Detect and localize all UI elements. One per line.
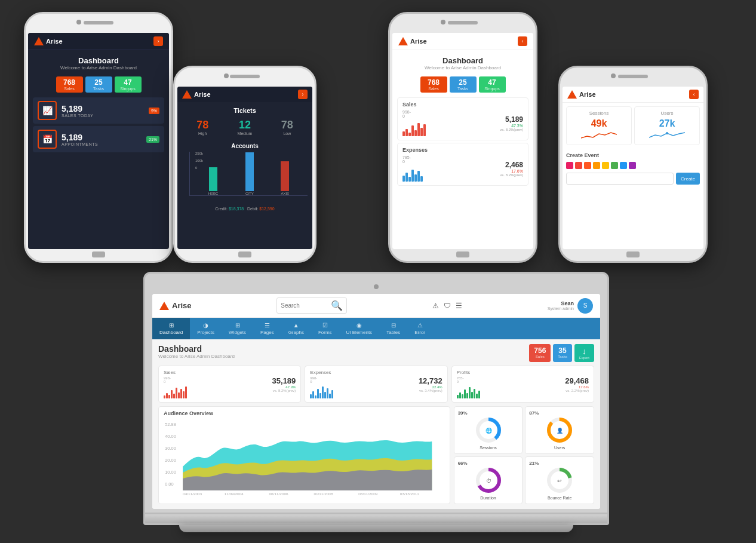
color-deep-orange[interactable] — [584, 162, 591, 169]
alert-icon[interactable]: ⚠ — [432, 302, 439, 310]
mp-profits-vs: vs. 2.2%(prev) — [565, 389, 589, 392]
tab-dashboard[interactable]: ⊞ Dashboard — [152, 318, 190, 339]
svg-text:🌐: 🌐 — [485, 427, 492, 434]
mp-expenses-num: 12,732 — [419, 376, 442, 385]
mp-sales-num: 35,189 — [272, 376, 296, 385]
laptop-navbar: Arise 🔍 ⚠ 🛡 ☰ Sean System admin S — [152, 294, 600, 318]
phone3-header: Arise ‹ — [392, 33, 533, 50]
phone2: Arise › Tickets 78 High 12 Medium 78 — [173, 66, 316, 263]
laptop-search-input[interactable] — [281, 302, 328, 309]
laptop-search-bar[interactable]: 🔍 — [276, 297, 347, 314]
laptop-foot — [179, 525, 573, 532]
tables-icon: ⊟ — [391, 322, 396, 329]
tab-tables[interactable]: ⊟ Tables — [379, 318, 407, 339]
audience-chart: 52.88 40.00 30.00 20.00 10.00 0.00 — [164, 419, 445, 496]
color-purple[interactable] — [629, 162, 636, 169]
phone4-home-btn[interactable] — [626, 251, 640, 257]
phone3-expenses-chart — [402, 164, 423, 182]
color-red[interactable] — [575, 162, 582, 169]
duration-pct: 66% — [458, 461, 519, 466]
phone4-menu-btn[interactable]: ‹ — [689, 90, 699, 99]
ticket-medium-num: 12 — [238, 119, 253, 131]
phone4-logo-text: Arise — [579, 91, 596, 98]
phone3-home-btn[interactable] — [456, 251, 469, 257]
tab-forms[interactable]: ☑ Forms — [311, 318, 339, 339]
panel-sessions: 39% 🌐 Sessions — [454, 406, 523, 454]
phone3-camera — [441, 20, 445, 24]
phone1-appt-big: 5,189 — [62, 133, 142, 142]
bounce-pct: 21% — [529, 461, 590, 466]
color-pink[interactable] — [566, 162, 573, 169]
phone4-sessions-card: Sessions 49k — [566, 106, 632, 145]
phone3-subtitle: Welcome to Arise Admin Dashboard — [392, 65, 533, 70]
laptop-metric-sales: Sales 998-0 — [158, 366, 301, 403]
mp-sales-vs: vs. 8.2%(prev) — [272, 389, 296, 392]
phone3-logo: Arise — [398, 37, 427, 45]
phone3: Arise ‹ Dashboard Welcome to Arise Admin… — [388, 12, 537, 263]
tab-error[interactable]: ⚠ Error — [407, 318, 432, 339]
tab-projects[interactable]: ◑ Projects — [190, 318, 222, 339]
phone2-menu-btn[interactable]: › — [298, 90, 308, 99]
color-amber[interactable] — [602, 162, 609, 169]
tab-pages[interactable]: ☰ Pages — [253, 318, 281, 339]
phone3-sales-vs: vs. 8.2%(prev) — [500, 128, 523, 131]
tab-ui-elements[interactable]: ◉ UI Elements — [339, 318, 380, 339]
phone3-expenses-row: 785- 0 — [402, 155, 523, 182]
svg-text:11/09/2004: 11/09/2004 — [225, 492, 244, 496]
create-event-input[interactable] — [566, 173, 674, 185]
phone1-stat-tasks: 25 Tasks — [85, 76, 112, 93]
phone1-logo: Arise — [34, 37, 63, 45]
laptop-camera — [374, 284, 379, 289]
color-blue[interactable] — [620, 162, 627, 169]
phone4-camera — [611, 73, 616, 78]
phone4-users-card: Users 27k — [634, 106, 700, 145]
svg-point-0 — [666, 132, 668, 134]
svg-text:⏱: ⏱ — [485, 478, 491, 484]
color-orange[interactable] — [593, 162, 600, 169]
svg-text:03/13/2011: 03/13/2011 — [400, 492, 420, 496]
color-green[interactable] — [611, 162, 618, 169]
header-badge-export[interactable]: ↓ Export — [574, 344, 594, 362]
laptop-logo: Arise — [159, 301, 192, 310]
laptop-user-info: Sean System admin — [548, 300, 574, 311]
panel-users: 87% 👤 Users — [525, 406, 594, 454]
tab-widgets[interactable]: ⊞ Widgets — [222, 318, 253, 339]
search-icon: 🔍 — [331, 300, 343, 311]
phone2-home-btn[interactable] — [238, 251, 251, 257]
phone4-create-event: Create Event Create — [563, 149, 703, 188]
phone3-menu-btn[interactable]: ‹ — [518, 36, 527, 46]
panel-bounce: 21% ↩ Bounce Rate — [525, 456, 594, 504]
mp-sales-row: 998-0 — [164, 376, 296, 398]
phone1-title: Dashboard — [28, 56, 169, 65]
phone4-speaker — [618, 75, 648, 78]
shield-icon[interactable]: 🛡 — [444, 302, 451, 310]
phone1-stat-sales: 768 Sales — [56, 76, 83, 93]
sessions-pct: 39% — [458, 410, 519, 416]
ticket-high: 78 High — [196, 119, 208, 136]
phone1-sales-sub: SALES TODAY — [62, 113, 144, 118]
tab-graphs-label: Graphs — [288, 330, 304, 335]
tab-graphs[interactable]: ▲ Graphs — [281, 318, 311, 339]
phone3-logo-icon — [398, 37, 408, 45]
mp-expenses-title: Expenses — [310, 370, 442, 375]
users-pct: 87% — [529, 410, 590, 416]
users-donut: 👤 — [545, 416, 574, 444]
phone4-sessions-num: 49k — [570, 118, 628, 129]
phone3-stat-singups: 47 Singups — [479, 76, 506, 93]
phone1-home-btn[interactable] — [92, 251, 105, 257]
phone4-screen: Arise ‹ Sessions 49k — [563, 87, 703, 249]
laptop-metric-expenses: Expenses 998-0 — [305, 366, 447, 403]
phone4-sessions-grid: Sessions 49k Users 27k — [563, 103, 703, 149]
laptop-base — [143, 514, 609, 525]
phone1-title-area: Dashboard Welcome to Arise Admin Dashboa… — [28, 50, 169, 74]
phone3-stat-sales: 768 Sales — [420, 76, 447, 93]
bar-hsbc: HSBC — [208, 167, 219, 195]
phone1-appt-info: 5,189 APPOINTMENTS — [62, 133, 142, 146]
create-event-btn[interactable]: Create — [676, 173, 700, 185]
list-icon[interactable]: ☰ — [456, 302, 462, 310]
phone3-sales-title: Sales — [402, 102, 523, 108]
phone1-camera — [76, 20, 81, 24]
duration-label: Duration — [480, 496, 496, 500]
header-badge-tasks: 35 Tasks — [553, 344, 571, 362]
phone1-menu-btn[interactable]: › — [153, 36, 163, 46]
